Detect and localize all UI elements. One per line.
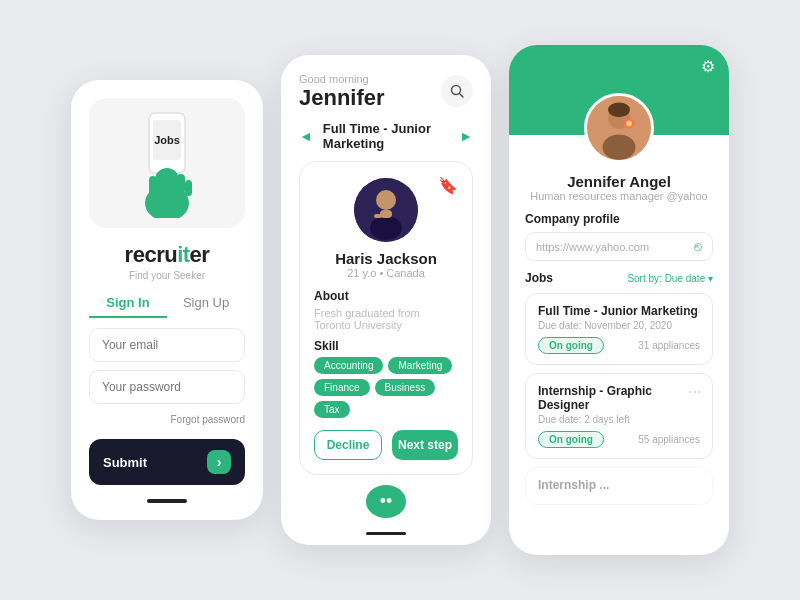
job-nav-title: Full Time - Junior Marketing xyxy=(323,121,449,151)
action-buttons: Decline Next step xyxy=(314,430,458,460)
job-menu-0[interactable]: ⋮ xyxy=(687,305,703,319)
submit-label: Submit xyxy=(103,455,147,470)
recruiter-header: ⚙ xyxy=(509,45,729,135)
job-appliances-0: 31 appliances xyxy=(638,340,700,351)
svg-rect-6 xyxy=(177,174,185,194)
job-status-1: On going xyxy=(538,431,604,448)
job-due-0: Due date: November 20, 2020 xyxy=(538,320,700,331)
logo-tagline: Find your Seeker xyxy=(89,270,245,281)
hero-illustration: Jobs xyxy=(89,98,245,228)
job-item-0: ⋮ Full Time - Junior Marketing Due date:… xyxy=(525,293,713,365)
login-card: Jobs recruiter Find your Seeker Sign In … xyxy=(71,80,263,520)
prev-job-arrow[interactable]: ◄ xyxy=(299,128,313,144)
svg-text:Jobs: Jobs xyxy=(154,134,180,146)
home-bar xyxy=(147,499,187,503)
job-title-2: Internship ... xyxy=(538,478,700,492)
logo-highlight: it xyxy=(177,242,189,267)
svg-rect-7 xyxy=(185,180,192,196)
job-footer-1: On going 55 appliances xyxy=(538,431,700,448)
svg-rect-4 xyxy=(155,168,179,206)
candidate-card: 🔖 Haris Jackson 21 y.o • Canada About Fr… xyxy=(299,161,473,475)
company-section: Company profile https://www.yahoo.com ⎋ xyxy=(509,212,729,271)
email-field[interactable] xyxy=(89,328,245,362)
sort-button[interactable]: Sort by: Due date ▾ xyxy=(627,273,713,284)
logo-section: recruiter Find your Seeker xyxy=(71,228,263,287)
recruiter-role: Human resources manager @yahoo xyxy=(525,190,713,202)
svg-point-12 xyxy=(370,216,402,240)
auth-tabs: Sign In Sign Up xyxy=(71,287,263,318)
job-appliances-1: 55 appliances xyxy=(638,434,700,445)
svg-line-9 xyxy=(460,94,464,98)
job-title-0: Full Time - Junior Marketing xyxy=(538,304,700,318)
forgot-password-link[interactable]: Forgot password xyxy=(89,412,245,427)
candidate-meta: 21 y.o • Canada xyxy=(314,267,458,279)
jobs-section: Jobs Sort by: Due date ▾ ⋮ Full Time - J… xyxy=(509,271,729,513)
decline-button[interactable]: Decline xyxy=(314,430,382,460)
submit-arrow-icon: › xyxy=(207,450,231,474)
tab-signup[interactable]: Sign Up xyxy=(167,295,245,318)
svg-point-20 xyxy=(626,121,631,126)
jobs-label: Jobs xyxy=(525,271,553,285)
company-label: Company profile xyxy=(525,212,713,226)
seeker-card: Good morning Jennifer ◄ Full Time - Juni… xyxy=(281,55,491,545)
company-url: https://www.yahoo.com xyxy=(536,241,694,253)
job-item-1: ⋮ Internship - Graphic Designer Due date… xyxy=(525,373,713,459)
recruiter-name: Jennifer Angel xyxy=(525,173,713,190)
home-bar-seeker xyxy=(366,532,406,535)
job-title-1: Internship - Graphic Designer xyxy=(538,384,700,412)
job-due-1: Due date: 2 days left xyxy=(538,414,700,425)
svg-rect-5 xyxy=(149,176,157,198)
skill-tag-tax: Tax xyxy=(314,401,350,418)
fab-icon: •• xyxy=(380,491,393,512)
job-nav: ◄ Full Time - Junior Marketing ► xyxy=(281,111,491,161)
job-menu-1[interactable]: ⋮ xyxy=(687,385,703,399)
skill-tag-accounting: Accounting xyxy=(314,357,383,374)
external-link-icon[interactable]: ⎋ xyxy=(694,239,702,254)
submit-button[interactable]: Submit › xyxy=(89,439,245,485)
job-item-2: Internship ... xyxy=(525,467,713,505)
svg-point-17 xyxy=(603,134,636,160)
recruiter-avatar xyxy=(584,93,654,163)
fab-button[interactable]: •• xyxy=(366,485,406,518)
job-status-0: On going xyxy=(538,337,604,354)
gear-icon[interactable]: ⚙ xyxy=(701,57,715,76)
svg-point-11 xyxy=(376,190,396,210)
svg-point-18 xyxy=(608,102,630,117)
svg-rect-14 xyxy=(374,214,382,218)
next-job-arrow[interactable]: ► xyxy=(459,128,473,144)
password-field[interactable] xyxy=(89,370,245,404)
tab-signin[interactable]: Sign In xyxy=(89,295,167,318)
skill-tag-business: Business xyxy=(375,379,436,396)
skill-tag-finance: Finance xyxy=(314,379,370,396)
seeker-header: Good morning Jennifer xyxy=(281,55,491,111)
job-footer-0: On going 31 appliances xyxy=(538,337,700,354)
next-step-button[interactable]: Next step xyxy=(392,430,458,460)
bookmark-icon[interactable]: 🔖 xyxy=(438,176,458,195)
login-form: Forgot password Submit › xyxy=(71,318,263,485)
recruiter-card: ⚙ Jennifer Angel Human resources manager… xyxy=(509,45,729,555)
about-text: Fresh graduated from Toronto University xyxy=(314,307,458,331)
candidate-name: Haris Jackson xyxy=(314,250,458,267)
skill-title: Skill xyxy=(314,339,458,353)
skill-tag-marketing: Marketing xyxy=(388,357,452,374)
company-url-row: https://www.yahoo.com ⎋ xyxy=(525,232,713,261)
skills-list: Accounting Marketing Finance Business Ta… xyxy=(314,357,458,418)
app-logo: recruiter xyxy=(89,242,245,268)
jobs-header: Jobs Sort by: Due date ▾ xyxy=(525,271,713,285)
search-button[interactable] xyxy=(441,75,473,107)
about-title: About xyxy=(314,289,458,303)
candidate-avatar xyxy=(354,178,418,242)
search-icon xyxy=(450,84,464,98)
